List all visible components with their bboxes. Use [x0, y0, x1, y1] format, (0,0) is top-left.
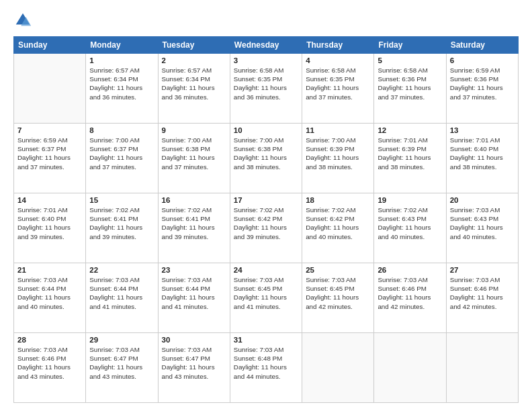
day-header-friday: Friday — [374, 37, 446, 54]
day-number: 22 — [89, 266, 154, 274]
day-info: Sunrise: 7:01 AM Sunset: 6:40 PM Dayligh… — [17, 205, 82, 241]
calendar-cell: 1Sunrise: 6:57 AM Sunset: 6:34 PM Daylig… — [86, 54, 158, 124]
calendar-cell: 26Sunrise: 7:03 AM Sunset: 6:46 PM Dayli… — [374, 263, 446, 333]
calendar-cell: 29Sunrise: 7:03 AM Sunset: 6:47 PM Dayli… — [86, 333, 158, 403]
calendar-cell: 13Sunrise: 7:01 AM Sunset: 6:40 PM Dayli… — [446, 124, 518, 193]
day-info: Sunrise: 7:00 AM Sunset: 6:38 PM Dayligh… — [234, 136, 298, 171]
calendar-cell: 12Sunrise: 7:01 AM Sunset: 6:39 PM Dayli… — [374, 124, 446, 193]
header — [13, 11, 519, 30]
day-number: 10 — [234, 126, 298, 134]
day-number: 12 — [378, 126, 442, 134]
day-number: 26 — [378, 266, 442, 274]
day-info: Sunrise: 6:58 AM Sunset: 6:36 PM Dayligh… — [378, 66, 442, 101]
calendar-cell — [374, 333, 446, 403]
day-number: 18 — [306, 196, 370, 204]
day-info: Sunrise: 7:03 AM Sunset: 6:46 PM Dayligh… — [378, 275, 442, 311]
day-info: Sunrise: 6:59 AM Sunset: 6:36 PM Dayligh… — [450, 66, 515, 101]
day-number: 5 — [378, 56, 442, 64]
calendar-cell: 14Sunrise: 7:01 AM Sunset: 6:40 PM Dayli… — [14, 193, 86, 263]
day-header-tuesday: Tuesday — [158, 37, 230, 54]
calendar-cell: 17Sunrise: 7:02 AM Sunset: 6:42 PM Dayli… — [230, 193, 302, 263]
day-number: 9 — [162, 126, 226, 134]
calendar-cell: 11Sunrise: 7:00 AM Sunset: 6:39 PM Dayli… — [302, 124, 374, 193]
calendar-cell: 15Sunrise: 7:02 AM Sunset: 6:41 PM Dayli… — [86, 193, 158, 263]
day-number: 3 — [234, 56, 298, 64]
calendar-cell: 9Sunrise: 7:00 AM Sunset: 6:38 PM Daylig… — [158, 124, 230, 193]
calendar-week-row: 7Sunrise: 6:59 AM Sunset: 6:37 PM Daylig… — [14, 124, 519, 193]
day-header-monday: Monday — [86, 37, 158, 54]
day-number: 24 — [234, 266, 298, 274]
day-number: 23 — [162, 266, 226, 274]
calendar-week-row: 28Sunrise: 7:03 AM Sunset: 6:46 PM Dayli… — [14, 333, 519, 403]
day-info: Sunrise: 7:03 AM Sunset: 6:48 PM Dayligh… — [234, 345, 298, 381]
day-info: Sunrise: 7:03 AM Sunset: 6:44 PM Dayligh… — [162, 275, 226, 311]
day-header-saturday: Saturday — [446, 37, 518, 54]
calendar-week-row: 14Sunrise: 7:01 AM Sunset: 6:40 PM Dayli… — [14, 193, 519, 263]
day-number: 13 — [450, 126, 515, 134]
logo — [13, 11, 35, 30]
calendar-table: SundayMondayTuesdayWednesdayThursdayFrid… — [13, 36, 519, 403]
day-number: 28 — [17, 336, 82, 344]
day-info: Sunrise: 7:00 AM Sunset: 6:39 PM Dayligh… — [306, 136, 370, 171]
calendar-cell: 24Sunrise: 7:03 AM Sunset: 6:45 PM Dayli… — [230, 263, 302, 333]
calendar-cell: 23Sunrise: 7:03 AM Sunset: 6:44 PM Dayli… — [158, 263, 230, 333]
day-number: 27 — [450, 266, 515, 274]
day-number: 29 — [89, 336, 154, 344]
day-number: 19 — [378, 196, 442, 204]
day-number: 1 — [89, 56, 154, 64]
day-info: Sunrise: 7:02 AM Sunset: 6:41 PM Dayligh… — [162, 205, 226, 241]
page: SundayMondayTuesdayWednesdayThursdayFrid… — [0, 0, 532, 411]
calendar-cell: 22Sunrise: 7:03 AM Sunset: 6:44 PM Dayli… — [86, 263, 158, 333]
day-info: Sunrise: 7:03 AM Sunset: 6:47 PM Dayligh… — [162, 345, 226, 381]
day-number: 20 — [450, 196, 515, 204]
day-info: Sunrise: 7:03 AM Sunset: 6:46 PM Dayligh… — [450, 275, 515, 311]
day-info: Sunrise: 7:01 AM Sunset: 6:40 PM Dayligh… — [450, 136, 515, 171]
calendar-cell — [14, 54, 86, 124]
day-info: Sunrise: 7:02 AM Sunset: 6:43 PM Dayligh… — [378, 205, 442, 241]
day-number: 15 — [89, 196, 154, 204]
calendar-cell: 2Sunrise: 6:57 AM Sunset: 6:34 PM Daylig… — [158, 54, 230, 124]
logo-icon — [13, 11, 32, 30]
day-info: Sunrise: 6:58 AM Sunset: 6:35 PM Dayligh… — [306, 66, 370, 101]
calendar-week-row: 1Sunrise: 6:57 AM Sunset: 6:34 PM Daylig… — [14, 54, 519, 124]
day-info: Sunrise: 7:03 AM Sunset: 6:46 PM Dayligh… — [17, 345, 82, 381]
day-header-wednesday: Wednesday — [230, 37, 302, 54]
day-number: 6 — [450, 56, 515, 64]
day-info: Sunrise: 7:02 AM Sunset: 6:42 PM Dayligh… — [234, 205, 298, 241]
day-number: 7 — [17, 126, 82, 134]
calendar-cell: 25Sunrise: 7:03 AM Sunset: 6:45 PM Dayli… — [302, 263, 374, 333]
day-number: 14 — [17, 196, 82, 204]
day-info: Sunrise: 7:00 AM Sunset: 6:37 PM Dayligh… — [89, 136, 154, 171]
calendar-cell: 16Sunrise: 7:02 AM Sunset: 6:41 PM Dayli… — [158, 193, 230, 263]
calendar-cell: 6Sunrise: 6:59 AM Sunset: 6:36 PM Daylig… — [446, 54, 518, 124]
calendar-cell: 31Sunrise: 7:03 AM Sunset: 6:48 PM Dayli… — [230, 333, 302, 403]
calendar-cell: 19Sunrise: 7:02 AM Sunset: 6:43 PM Dayli… — [374, 193, 446, 263]
day-info: Sunrise: 7:03 AM Sunset: 6:45 PM Dayligh… — [306, 275, 370, 311]
day-info: Sunrise: 7:00 AM Sunset: 6:38 PM Dayligh… — [162, 136, 226, 171]
day-number: 8 — [89, 126, 154, 134]
day-info: Sunrise: 7:03 AM Sunset: 6:45 PM Dayligh… — [234, 275, 298, 311]
calendar-header-row: SundayMondayTuesdayWednesdayThursdayFrid… — [14, 37, 519, 54]
calendar-cell: 8Sunrise: 7:00 AM Sunset: 6:37 PM Daylig… — [86, 124, 158, 193]
day-info: Sunrise: 6:58 AM Sunset: 6:35 PM Dayligh… — [234, 66, 298, 101]
day-info: Sunrise: 7:01 AM Sunset: 6:39 PM Dayligh… — [378, 136, 442, 171]
calendar-cell — [302, 333, 374, 403]
day-number: 16 — [162, 196, 226, 204]
calendar-cell: 21Sunrise: 7:03 AM Sunset: 6:44 PM Dayli… — [14, 263, 86, 333]
calendar-cell: 30Sunrise: 7:03 AM Sunset: 6:47 PM Dayli… — [158, 333, 230, 403]
calendar-cell: 7Sunrise: 6:59 AM Sunset: 6:37 PM Daylig… — [14, 124, 86, 193]
day-info: Sunrise: 7:03 AM Sunset: 6:43 PM Dayligh… — [450, 205, 515, 241]
day-number: 21 — [17, 266, 82, 274]
day-info: Sunrise: 6:59 AM Sunset: 6:37 PM Dayligh… — [17, 136, 82, 171]
calendar-week-row: 21Sunrise: 7:03 AM Sunset: 6:44 PM Dayli… — [14, 263, 519, 333]
calendar-cell: 27Sunrise: 7:03 AM Sunset: 6:46 PM Dayli… — [446, 263, 518, 333]
day-info: Sunrise: 6:57 AM Sunset: 6:34 PM Dayligh… — [162, 66, 226, 101]
calendar-cell: 3Sunrise: 6:58 AM Sunset: 6:35 PM Daylig… — [230, 54, 302, 124]
calendar-cell: 5Sunrise: 6:58 AM Sunset: 6:36 PM Daylig… — [374, 54, 446, 124]
day-info: Sunrise: 7:02 AM Sunset: 6:41 PM Dayligh… — [89, 205, 154, 241]
calendar-cell: 18Sunrise: 7:02 AM Sunset: 6:42 PM Dayli… — [302, 193, 374, 263]
day-number: 31 — [234, 336, 298, 344]
day-number: 11 — [306, 126, 370, 134]
day-info: Sunrise: 7:03 AM Sunset: 6:47 PM Dayligh… — [89, 345, 154, 381]
calendar-cell: 28Sunrise: 7:03 AM Sunset: 6:46 PM Dayli… — [14, 333, 86, 403]
